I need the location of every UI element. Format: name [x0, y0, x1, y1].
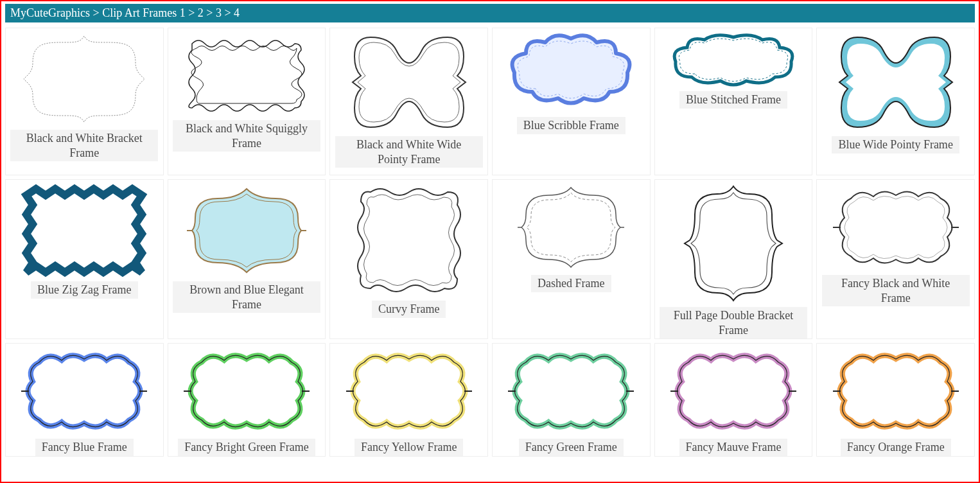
breadcrumb-sep: >: [92, 6, 102, 19]
frame-item[interactable]: Full Page Double Bracket Frame: [654, 179, 813, 339]
bracket-frame-icon: [20, 31, 148, 127]
frame-caption: Dashed Frame: [531, 275, 611, 292]
frame-thumbnail[interactable]: [669, 182, 798, 304]
frame-item[interactable]: Brown and Blue Elegant Frame: [168, 179, 326, 339]
frame-caption: Fancy Yellow Frame: [354, 439, 464, 456]
curvy-frame-icon: [351, 182, 467, 298]
frame-item[interactable]: Black and White Squiggly Frame: [168, 28, 326, 175]
frame-item[interactable]: Blue Stitched Frame: [654, 28, 813, 175]
frame-thumbnail[interactable]: [832, 346, 960, 436]
breadcrumb-category[interactable]: Clip Art Frames: [102, 6, 180, 19]
breadcrumb-page-3[interactable]: 3: [216, 6, 222, 19]
frame-thumbnail[interactable]: [345, 182, 473, 298]
frame-caption: Full Page Double Bracket Frame: [660, 307, 807, 338]
frame-item[interactable]: Fancy Orange Frame: [816, 343, 975, 457]
fancy-green-frame-icon: [507, 346, 635, 436]
breadcrumb: MyCuteGraphics > Clip Art Frames 1 > 2 >…: [5, 4, 975, 22]
frames-grid: Black and White Bracket Frame Black and …: [1, 28, 979, 457]
elegant-frame-icon: [186, 182, 308, 279]
frame-item[interactable]: Fancy Black and White Frame: [816, 179, 975, 339]
frame-item[interactable]: Fancy Green Frame: [492, 343, 651, 457]
stitched-cloud-frame-icon: [669, 31, 798, 89]
frame-item[interactable]: Black and White Bracket Frame: [5, 28, 164, 175]
frame-caption: Curvy Frame: [372, 301, 446, 318]
frame-thumbnail[interactable]: [507, 346, 635, 436]
frame-caption: Fancy Green Frame: [519, 439, 624, 456]
frame-caption: Black and White Squiggly Frame: [173, 120, 320, 152]
frame-item[interactable]: Fancy Blue Frame: [5, 343, 164, 457]
frame-thumbnail[interactable]: [832, 31, 960, 134]
fancy-yellow-frame-icon: [345, 346, 473, 436]
frame-item[interactable]: Fancy Bright Green Frame: [168, 343, 326, 457]
frame-item[interactable]: Blue Scribble Frame: [492, 28, 651, 175]
frame-caption: Black and White Wide Pointy Frame: [335, 136, 483, 168]
zigzag-frame-icon: [20, 182, 148, 279]
frame-caption: Blue Scribble Frame: [517, 117, 626, 134]
breadcrumb-page-4[interactable]: 4: [234, 6, 240, 19]
fancy-bw-frame-icon: [832, 182, 960, 272]
frame-item[interactable]: Blue Wide Pointy Frame: [816, 28, 975, 175]
frame-thumbnail[interactable]: [345, 31, 473, 134]
frame-thumbnail[interactable]: [345, 346, 473, 436]
frame-item[interactable]: Blue Zig Zag Frame: [5, 179, 164, 339]
breadcrumb-sep: >: [206, 6, 216, 19]
breadcrumb-sep: >: [188, 6, 198, 19]
frame-item[interactable]: Black and White Wide Pointy Frame: [329, 28, 488, 175]
frame-thumbnail[interactable]: [507, 31, 635, 114]
frame-caption: Blue Stitched Frame: [679, 91, 787, 109]
frame-item[interactable]: Fancy Yellow Frame: [329, 343, 488, 457]
blue-wide-pointy-frame-icon: [838, 31, 954, 134]
fancy-blue-frame-icon: [20, 346, 148, 436]
frame-thumbnail[interactable]: [182, 31, 311, 118]
frame-item[interactable]: Fancy Mauve Frame: [654, 343, 813, 457]
frame-thumbnail[interactable]: [182, 182, 311, 279]
frame-caption: Blue Wide Pointy Frame: [832, 136, 959, 154]
breadcrumb-sep: >: [224, 6, 234, 19]
frame-caption: Blue Zig Zag Frame: [31, 281, 137, 299]
dashed-frame-icon: [516, 182, 626, 272]
breadcrumb-site[interactable]: MyCuteGraphics: [10, 6, 90, 19]
frame-thumbnail[interactable]: [20, 346, 148, 436]
frame-caption: Fancy Blue Frame: [35, 439, 134, 456]
frame-thumbnail[interactable]: [669, 31, 798, 89]
frame-thumbnail[interactable]: [182, 346, 311, 436]
frame-caption: Fancy Black and White Frame: [822, 275, 970, 306]
wide-pointy-frame-icon: [351, 31, 467, 134]
frame-caption: Black and White Bracket Frame: [10, 130, 158, 161]
frame-thumbnail[interactable]: [20, 182, 148, 279]
frame-item[interactable]: Dashed Frame: [492, 179, 651, 339]
frame-thumbnail[interactable]: [507, 182, 635, 272]
fancy-mauve-frame-icon: [669, 346, 798, 436]
frame-thumbnail[interactable]: [669, 346, 798, 436]
squiggly-frame-icon: [182, 31, 311, 118]
frame-thumbnail[interactable]: [20, 31, 148, 127]
scribble-cloud-frame-icon: [507, 31, 635, 114]
frame-caption: Fancy Orange Frame: [841, 439, 951, 456]
breadcrumb-page-2[interactable]: 2: [198, 6, 204, 19]
frame-caption: Fancy Mauve Frame: [679, 439, 788, 456]
frame-thumbnail[interactable]: [832, 182, 960, 272]
fancy-bright-green-frame-icon: [182, 346, 311, 436]
fancy-orange-frame-icon: [832, 346, 960, 436]
frame-caption: Fancy Bright Green Frame: [178, 439, 315, 456]
frame-caption: Brown and Blue Elegant Frame: [173, 281, 320, 313]
breadcrumb-page-1[interactable]: 1: [180, 6, 186, 19]
frame-item[interactable]: Curvy Frame: [329, 179, 488, 339]
double-bracket-frame-icon: [682, 182, 785, 304]
